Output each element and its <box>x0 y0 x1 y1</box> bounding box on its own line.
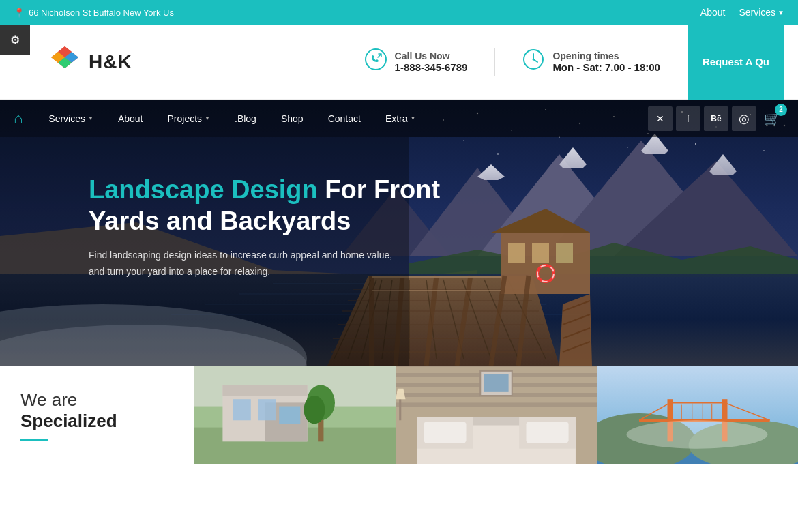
site-header: ⚙ H&K Cal <box>0 25 798 100</box>
svg-rect-64 <box>532 243 549 263</box>
services-link[interactable]: Services ▼ <box>739 7 784 18</box>
image-card-3 <box>597 366 798 464</box>
opening-hours: Mon - Sat: 7.00 - 18:00 <box>552 61 660 73</box>
bottom-section: We are Specialized <box>0 366 798 464</box>
bridge-image <box>597 366 798 464</box>
hero-section: Landscape Design For Front Yards and Bac… <box>0 100 798 366</box>
nav-links: Services ▼ About Projects ▼ .Blog Shop C <box>36 100 648 137</box>
behance-button[interactable]: Bē <box>704 106 728 131</box>
services-dropdown-arrow: ▼ <box>778 9 784 16</box>
svg-point-22 <box>463 140 464 141</box>
svg-line-9 <box>533 59 537 62</box>
phone-block: Call Us Now 1-888-345-6789 <box>365 48 468 75</box>
top-bar-address: 📍 66 Nicholson St Buffalo New York Us <box>14 8 174 18</box>
teal-divider <box>20 439 48 441</box>
hero-description: Find landscaping design ideas to increas… <box>89 248 396 280</box>
svg-point-26 <box>695 143 696 145</box>
svg-point-27 <box>763 150 765 151</box>
svg-rect-109 <box>399 399 401 420</box>
image-cards <box>194 366 798 464</box>
cart-button[interactable]: 🛒 2 <box>760 106 784 131</box>
svg-rect-112 <box>484 374 508 392</box>
nav-about[interactable]: About <box>106 100 156 137</box>
svg-point-127 <box>626 420 767 448</box>
location-icon: 📍 <box>14 8 25 18</box>
services-link-text: Services <box>739 7 775 18</box>
call-label: Call Us Now <box>395 50 468 61</box>
hours-block: Opening times Mon - Sat: 7.00 - 18:00 <box>522 48 660 75</box>
nav-social: ✕ f Bē ◎ 🛒 2 <box>648 106 784 131</box>
we-text: We are <box>20 389 174 411</box>
hero-title-accent: Landscape Design <box>89 175 318 204</box>
nav-extra[interactable]: Extra ▼ <box>373 100 428 137</box>
image-card-1 <box>194 366 396 464</box>
settings-button[interactable]: ⚙ <box>0 25 30 55</box>
hero-title: Landscape Design For Front Yards and Bac… <box>89 175 471 237</box>
request-quote-button[interactable]: Request A Qu <box>688 25 784 100</box>
clock-icon <box>522 48 544 75</box>
nav-shop[interactable]: Shop <box>269 100 316 137</box>
svg-rect-107 <box>424 422 466 443</box>
bedroom-image <box>396 366 597 464</box>
call-number: 1-888-345-6789 <box>395 61 468 73</box>
logo-text: H&K <box>89 51 132 73</box>
projects-nav-arrow: ▼ <box>205 115 210 121</box>
facebook-button[interactable]: f <box>676 106 700 131</box>
cart-badge: 2 <box>775 104 787 116</box>
hours-info: Opening times Mon - Sat: 7.00 - 18:00 <box>552 50 660 73</box>
extra-nav-arrow: ▼ <box>411 115 416 121</box>
logo-icon <box>48 45 82 79</box>
about-link[interactable]: About <box>700 7 726 18</box>
phone-info: Call Us Now 1-888-345-6789 <box>395 50 468 73</box>
svg-rect-65 <box>556 243 573 263</box>
gear-icon: ⚙ <box>10 33 20 46</box>
svg-rect-90 <box>233 399 251 420</box>
we-specialized-card: We are Specialized <box>0 366 194 464</box>
specialized-text: Specialized <box>20 411 174 432</box>
image-card-2 <box>396 366 597 464</box>
facebook-icon: f <box>687 113 690 124</box>
nav-contact[interactable]: Contact <box>316 100 373 137</box>
dribbble-button[interactable]: ◎ <box>732 106 756 131</box>
twitter-button[interactable]: ✕ <box>648 106 673 131</box>
top-bar-nav: About Services ▼ <box>700 7 784 18</box>
hero-content: Landscape Design For Front Yards and Bac… <box>89 175 471 280</box>
top-bar: 📍 66 Nicholson St Buffalo New York Us Ab… <box>0 0 798 25</box>
svg-rect-92 <box>279 407 300 424</box>
svg-point-5 <box>366 49 386 70</box>
svg-point-95 <box>304 396 325 424</box>
logo-area: H&K <box>48 45 132 79</box>
nav-services[interactable]: Services ▼ <box>36 100 106 137</box>
dribbble-icon: ◎ <box>739 111 750 126</box>
opening-label: Opening times <box>552 50 660 61</box>
nav-bar: ⌂ Services ▼ About Projects ▼ .Blog Shop <box>0 100 798 137</box>
svg-rect-108 <box>526 422 568 443</box>
header-divider <box>494 48 495 76</box>
phone-icon <box>365 48 387 75</box>
services-nav-arrow: ▼ <box>88 115 93 121</box>
svg-rect-89 <box>222 385 307 396</box>
svg-rect-63 <box>508 243 525 263</box>
house-image <box>194 366 396 464</box>
nav-projects[interactable]: Projects ▼ <box>156 100 223 137</box>
svg-point-23 <box>497 153 499 155</box>
svg-point-25 <box>627 147 627 147</box>
behance-icon: Bē <box>711 114 721 123</box>
twitter-icon: ✕ <box>656 113 664 124</box>
svg-rect-91 <box>258 399 276 420</box>
home-nav-icon[interactable]: ⌂ <box>14 110 23 128</box>
address-text: 66 Nicholson St Buffalo New York Us <box>29 8 174 18</box>
header-info: Call Us Now 1-888-345-6789 Opening times <box>365 25 784 100</box>
nav-blog[interactable]: .Blog <box>222 100 269 137</box>
